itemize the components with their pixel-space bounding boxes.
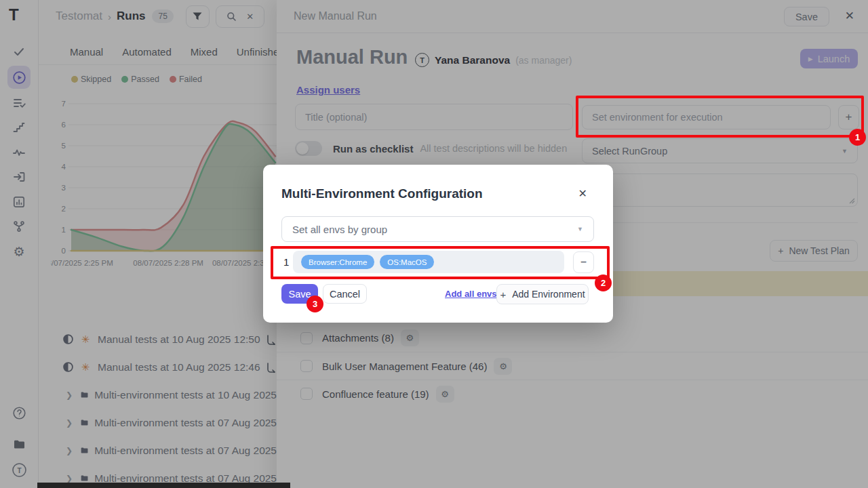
annotation-badge-2: 2 (595, 274, 612, 291)
modal-title: Multi-Environment Configuration (281, 186, 483, 201)
annotation-badge-3: 3 (307, 296, 323, 312)
env-group-select[interactable]: Set all envs by group ▼ (281, 216, 594, 242)
add-all-envs-link[interactable]: Add all envs (445, 289, 497, 299)
app-window: T ⚙ T (0, 0, 868, 488)
annotation-badge-1: 1 (849, 129, 866, 146)
caret-down-icon: ▼ (577, 226, 583, 232)
plus-icon: + (500, 289, 506, 300)
annotation-box-2 (271, 246, 610, 279)
modal-cancel-button[interactable]: Cancel (323, 284, 367, 304)
annotation-box-1 (576, 96, 864, 138)
modal-close-icon[interactable]: ✕ (578, 187, 587, 200)
add-environment-button[interactable]: + Add Environment (496, 284, 589, 304)
